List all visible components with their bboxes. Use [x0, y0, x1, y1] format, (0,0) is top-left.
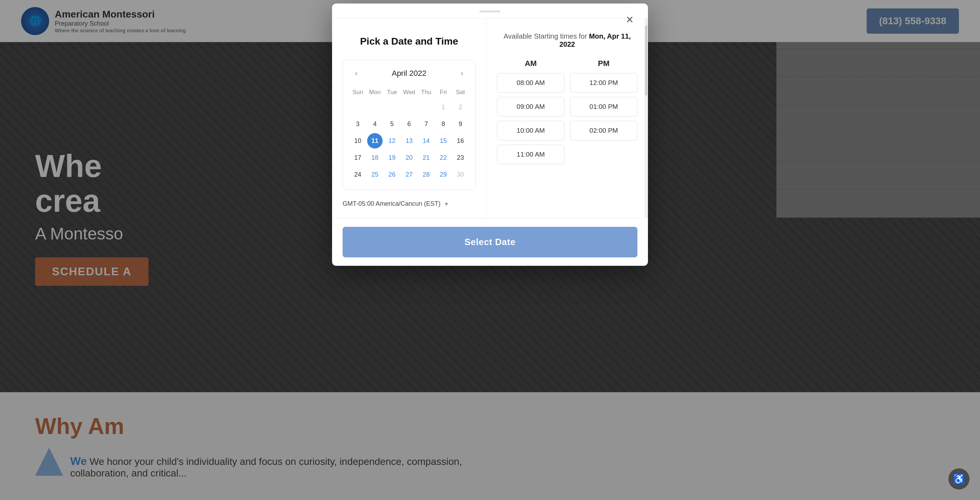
time-columns: AM 08:00 AM 09:00 AM 10:00 AM 11:00 AM P…	[497, 59, 638, 169]
time-slot-0100pm[interactable]: 01:00 PM	[570, 97, 638, 116]
cal-day-26[interactable]: 26	[384, 167, 400, 182]
cal-day-3[interactable]: 3	[350, 116, 365, 132]
modal-overlay: × Pick a Date and Time ‹ April 2022 ›	[0, 0, 980, 500]
time-slot-0200pm[interactable]: 02:00 PM	[570, 121, 638, 140]
time-slot-0900am[interactable]: 09:00 AM	[497, 97, 565, 116]
prev-month-button[interactable]: ‹	[350, 67, 363, 80]
panel-title: Pick a Date and Time	[342, 36, 476, 47]
dow-sun: Sun	[350, 87, 366, 98]
am-header: AM	[497, 59, 565, 68]
cal-day-27[interactable]: 27	[401, 167, 417, 182]
calendar-grid: Sun Mon Tue Wed Thu Fri Sat 1	[350, 87, 468, 182]
cal-day-22[interactable]: 22	[436, 150, 451, 166]
dow-fri: Fri	[436, 87, 452, 98]
modal-top-bar	[332, 3, 648, 18]
cal-day-25[interactable]: 25	[367, 167, 383, 182]
cal-day-30: 30	[453, 167, 468, 182]
time-slot-1100am[interactable]: 11:00 AM	[497, 145, 565, 164]
timezone-label: GMT-05:00 America/Cancun (EST)	[342, 200, 441, 207]
cal-day: 2	[453, 99, 468, 115]
timezone-selector[interactable]: GMT-05:00 America/Cancun (EST) ▼	[342, 189, 476, 207]
modal-body: Pick a Date and Time ‹ April 2022 › Sun …	[332, 18, 648, 218]
cal-day-16[interactable]: 16	[453, 133, 468, 148]
cal-day-empty	[350, 99, 365, 115]
calendar-header: ‹ April 2022 ›	[350, 67, 468, 80]
available-title: Available Starting times for Mon, Apr 11…	[497, 32, 638, 48]
cal-day-23[interactable]: 23	[453, 150, 468, 166]
dow-wed: Wed	[401, 87, 417, 98]
select-date-button[interactable]: Select Date	[342, 227, 638, 257]
cal-day-12[interactable]: 12	[384, 133, 400, 148]
dow-sat: Sat	[452, 87, 468, 98]
cal-day-19[interactable]: 19	[384, 150, 400, 166]
left-panel: Pick a Date and Time ‹ April 2022 › Sun …	[332, 18, 487, 218]
modal-footer: Select Date	[332, 218, 648, 266]
date-time-modal: × Pick a Date and Time ‹ April 2022 ›	[332, 3, 648, 266]
cal-day-24[interactable]: 24	[350, 167, 365, 182]
cal-day-17[interactable]: 17	[350, 150, 365, 166]
cal-day-empty	[418, 99, 434, 115]
cal-day-empty	[367, 99, 383, 115]
cal-day-11-selected[interactable]: 11	[367, 133, 383, 148]
timezone-arrow-icon: ▼	[444, 201, 449, 207]
right-panel: Available Starting times for Mon, Apr 11…	[487, 18, 648, 218]
scrollbar-track[interactable]	[644, 18, 648, 218]
time-slot-1200pm[interactable]: 12:00 PM	[570, 73, 638, 93]
cal-day-15[interactable]: 15	[436, 133, 451, 148]
cal-day-4[interactable]: 4	[367, 116, 383, 132]
cal-day-7[interactable]: 7	[418, 116, 434, 132]
dow-thu: Thu	[418, 87, 434, 98]
next-month-button[interactable]: ›	[456, 67, 468, 80]
modal-drag-indicator	[479, 11, 501, 12]
calendar-month-year: April 2022	[392, 69, 426, 78]
scrollbar-thumb[interactable]	[645, 25, 647, 96]
dow-mon: Mon	[367, 87, 383, 98]
time-slot-1000am[interactable]: 10:00 AM	[497, 121, 565, 140]
cal-day-empty	[384, 99, 400, 115]
cal-day-6[interactable]: 6	[401, 116, 417, 132]
pm-header: PM	[570, 59, 638, 68]
cal-day-18[interactable]: 18	[367, 150, 383, 166]
cal-day-29[interactable]: 29	[436, 167, 451, 182]
cal-day: 1	[436, 99, 451, 115]
cal-day-empty	[401, 99, 417, 115]
cal-day-14[interactable]: 14	[418, 133, 434, 148]
cal-day-13[interactable]: 13	[401, 133, 417, 148]
cal-day-8[interactable]: 8	[436, 116, 451, 132]
pm-column: PM 12:00 PM 01:00 PM 02:00 PM	[570, 59, 638, 169]
dow-tue: Tue	[384, 87, 400, 98]
cal-day-5[interactable]: 5	[384, 116, 400, 132]
cal-day-20[interactable]: 20	[401, 150, 417, 166]
am-column: AM 08:00 AM 09:00 AM 10:00 AM 11:00 AM	[497, 59, 565, 169]
cal-day-28[interactable]: 28	[418, 167, 434, 182]
cal-day-21[interactable]: 21	[418, 150, 434, 166]
cal-day-9[interactable]: 9	[453, 116, 468, 132]
accessibility-button[interactable]: ♿	[948, 468, 969, 489]
time-slot-0800am[interactable]: 08:00 AM	[497, 73, 565, 93]
calendar: ‹ April 2022 › Sun Mon Tue Wed Thu Fri	[342, 60, 476, 189]
cal-day-10[interactable]: 10	[350, 133, 365, 148]
